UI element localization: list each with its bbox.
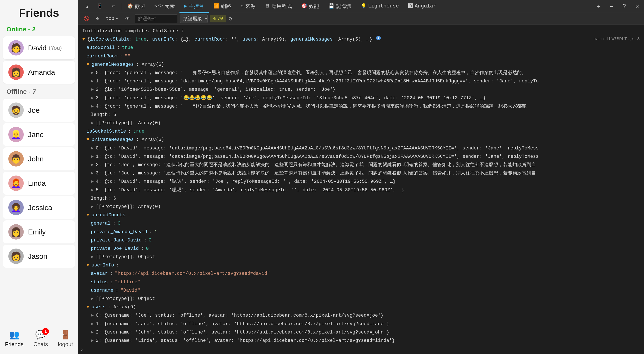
nav-friends[interactable]: 👥 Friends — [5, 330, 24, 348]
log-line: private_Jane_David: 0 — [82, 236, 640, 245]
log-line: isSocketStable: true — [82, 127, 640, 136]
top-dropdown[interactable]: top ▾ — [104, 14, 120, 23]
dt-tab-memory-label: 記憶體 — [336, 3, 351, 9]
log-line: ▶ 0: {to: 'David', message: 'data:image/… — [82, 144, 640, 152]
log-line: ▶ 1: {to: 'David', message: 'data:image/… — [82, 152, 640, 161]
dt-tab-angular[interactable]: 🅰 Angular — [404, 0, 441, 12]
memory-icon: 💾 — [328, 3, 334, 9]
logout-icon: 🚪 — [60, 330, 71, 340]
dt-tab-lighthouse[interactable]: 💡 Lighthouse — [356, 0, 404, 12]
eye-button[interactable]: 👁 — [123, 14, 132, 23]
log-line: ▶ 0: {room: 'general', message: ' 如果仔細思考… — [82, 69, 640, 77]
friend-name-linda: Linda — [28, 179, 46, 187]
dt-tab-console[interactable]: ▶ 主控台 — [180, 0, 209, 12]
log-line: avatar: "https://api.dicebear.com/8.x/pi… — [82, 270, 640, 278]
friend-item-jason[interactable]: 🧑 Jason — [3, 245, 75, 268]
dt-tab-source[interactable]: ⚙ 來源 — [236, 0, 260, 12]
application-icon: 🖥 — [265, 3, 270, 9]
avatar-jessica: 👩‍🦱 — [8, 200, 24, 215]
log-line: autoScroll: true — [82, 43, 640, 52]
log-line: private_Amanda_David: 1 — [82, 228, 640, 236]
nav-logout[interactable]: 🚪 logout — [58, 330, 73, 348]
log-line: Initialization complete. ChatStore : — [82, 27, 640, 35]
log-line: ▼ userInfo: — [82, 261, 640, 270]
log-line: ▶ 3: {room: 'general', message: '😂😂😂😂😂',… — [82, 94, 640, 102]
dt-tab-device[interactable]: 📱 — [92, 0, 108, 12]
filter-button[interactable]: ⊘ — [94, 14, 101, 23]
log-line: private_Joe_David: 0 — [82, 245, 640, 253]
devtools-toolbar: 🚫 ⊘ top ▾ 👁 預設層級 ⊖ 70 ⚙ — [78, 13, 644, 25]
log-line: ▶ 0: {username: 'Joe', status: 'offline'… — [82, 311, 640, 320]
dt-tab-application[interactable]: 🖥 應用程式 — [260, 0, 296, 12]
dt-tab-inspect[interactable]: ⬚ — [80, 0, 92, 12]
dt-tab-console-label: 主控台 — [189, 3, 204, 9]
info-icon: i — [376, 36, 381, 40]
log-line: general: 0 — [82, 219, 640, 228]
devtools-bottom-arrow[interactable]: › — [78, 346, 644, 354]
performance-icon: 🎯 — [301, 3, 307, 9]
network-icon: 📶 — [214, 3, 219, 9]
log-line: ▶ 3: {username: 'Linda', status: 'offlin… — [82, 337, 640, 345]
log-line: ▶ 5: {to: 'David', message: '嗯嗯', sender… — [82, 186, 640, 194]
help-button[interactable]: ? — [620, 2, 629, 11]
dt-tab-performance[interactable]: 🎯 效能 — [296, 0, 324, 12]
friend-item-jessica[interactable]: 👩‍🦱 Jessica — [3, 196, 75, 219]
friend-name-emily: Emily — [28, 228, 46, 236]
log-line: ▶ 2: {username: 'John', status: 'offline… — [82, 328, 640, 337]
avatar-linda: 👩‍🦰 — [8, 176, 24, 191]
friend-item-linda[interactable]: 👩‍🦰 Linda — [3, 172, 75, 195]
dt-tab-welcome[interactable]: 🏠 歡迎 — [123, 0, 150, 12]
welcome-icon: 🏠 — [127, 3, 133, 9]
log-line: username: "David" — [82, 286, 640, 295]
layout-icon: ▭ — [112, 3, 115, 9]
close-button[interactable]: ✕ — [632, 2, 642, 11]
devtools-content[interactable]: Initialization complete. ChatStore : ▼ {… — [78, 25, 644, 346]
settings-button[interactable]: ⚙ — [229, 15, 232, 22]
nav-friends-label: Friends — [5, 341, 24, 348]
friend-item-joe[interactable]: 🧔 Joe — [3, 99, 75, 122]
dt-tab-elements[interactable]: </> 元素 — [150, 0, 180, 12]
friend-name-amanda: Amanda — [28, 68, 55, 76]
friend-name-jessica: Jessica — [28, 203, 52, 212]
log-line: ▼ users: Array(9) — [82, 303, 640, 311]
dt-tab-memory[interactable]: 💾 記憶體 — [324, 0, 356, 12]
friend-item-jane[interactable]: 👱‍♀️ Jane — [3, 123, 75, 146]
dt-tab-angular-label: Angular — [415, 3, 436, 9]
dt-tab-elements-label: 元素 — [164, 3, 175, 9]
friend-item-john[interactable]: 👨 John — [3, 147, 75, 170]
clear-button[interactable]: 🚫 — [82, 14, 92, 23]
friend-item-amanda[interactable]: 👩 Amanda — [3, 61, 75, 84]
avatar-john: 👨 — [8, 151, 24, 167]
dt-tab-layout[interactable]: ▭ — [108, 0, 120, 12]
level-dropdown[interactable]: 預設層級 — [180, 14, 208, 23]
nav-chats-label: Chats — [33, 341, 48, 348]
friend-name-david: David — [28, 44, 46, 52]
log-line: ▶ [[Prototype]]: Object — [82, 295, 640, 303]
log-line: ▼ privateMessages: Array(6) — [82, 136, 640, 144]
angular-icon: 🅰 — [408, 3, 413, 9]
log-line: status: "offline" — [82, 278, 640, 286]
device-icon: 📱 — [97, 3, 103, 9]
devtools-panel: ⬚ 📱 ▭ 🏠 歡迎 </> 元素 ▶ 主控台 📶 網路 ⚙ 來源 — [78, 0, 644, 354]
log-line: ▶ 4: {room: 'general', message: ' 對於自然作業… — [82, 102, 640, 111]
friend-name-jason: Jason — [28, 252, 48, 261]
more-button[interactable]: ⋯ — [607, 2, 616, 11]
friend-name-joe: Joe — [28, 106, 40, 114]
inspect-icon: ⬚ — [85, 3, 88, 9]
error-icon: ⊖ — [213, 16, 216, 21]
log-line: ▶ [[Prototype]]: Array(0) — [82, 119, 640, 127]
friend-item-emily[interactable]: 👩 Emily — [3, 220, 75, 243]
friend-name-john: John — [28, 155, 44, 163]
dt-tab-network[interactable]: 📶 網路 — [209, 0, 236, 12]
log-line-root: ▼ {isSocketStable: true, userInfo: {…}, … — [82, 35, 640, 43]
dt-tab-application-label: 應用程式 — [271, 3, 292, 9]
log-line: length: 5 — [82, 111, 640, 119]
friend-item-david[interactable]: 🧑 David (You) — [3, 36, 75, 59]
log-line: length: 6 — [82, 194, 640, 203]
add-tab-button[interactable]: ＋ — [594, 2, 604, 11]
nav-chats[interactable]: 💬 1 Chats — [33, 330, 48, 348]
filter-input[interactable] — [134, 14, 177, 23]
devtools-actions: ＋ ⋯ ? ✕ — [594, 2, 642, 11]
source-icon: ⚙ — [240, 3, 243, 9]
avatar-david: 🧑 — [8, 40, 24, 55]
